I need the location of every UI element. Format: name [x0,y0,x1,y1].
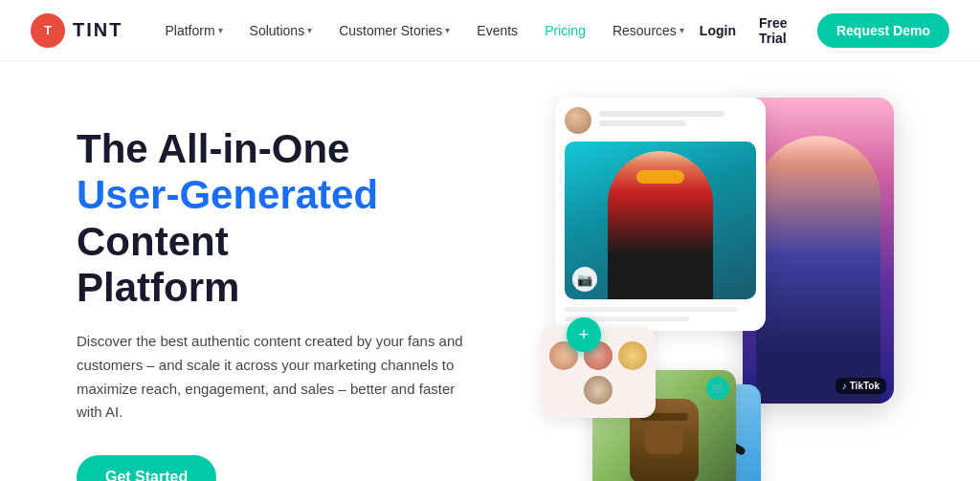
hero-content: The All-in-One User-Generated Content Pl… [77,107,536,481]
chevron-down-icon: ▾ [679,25,684,35]
logo-icon: T [31,13,65,48]
cart-badge: 🛒 [706,377,729,400]
logo[interactable]: T TINT [31,13,122,48]
chevron-down-icon: ▾ [218,25,223,35]
logo-text: TINT [73,19,122,41]
tiktok-badge: ♪ TikTok [835,378,886,394]
hero-description: Discover the best authentic content crea… [77,330,479,425]
add-icon: + [567,317,601,352]
login-button[interactable]: Login [696,15,740,46]
nav-links: Platform ▾ Solutions ▾ Customer Stories … [153,15,695,46]
nav-events[interactable]: Events [465,15,529,46]
request-demo-button[interactable]: Request Demo [817,13,949,48]
get-started-button[interactable]: Get Started [77,455,216,481]
instagram-badge: 📷 [572,267,597,292]
hero-title: The All-in-One User-Generated Content Pl… [77,126,536,311]
nav-solutions[interactable]: Solutions ▾ [238,15,324,46]
nav-pricing[interactable]: Pricing [533,15,597,46]
hero-visual: 📷 + ♪ TikTok [536,98,903,480]
post-image: 📷 [565,142,756,299]
nav-customer-stories[interactable]: Customer Stories ▾ [327,15,461,46]
chevron-down-icon: ▾ [445,25,450,35]
post-card: 📷 [555,98,766,331]
hero-section: The All-in-One User-Generated Content Pl… [0,61,980,481]
navbar: T TINT Platform ▾ Solutions ▾ Customer S… [0,0,980,61]
nav-resources[interactable]: Resources ▾ [601,15,696,46]
tiktok-icon: ♪ [842,381,847,391]
nav-right: Login Free Trial Request Demo [696,8,949,54]
chevron-down-icon: ▾ [307,25,312,35]
free-trial-button[interactable]: Free Trial [755,8,802,54]
avatar [565,107,591,134]
nav-platform[interactable]: Platform ▾ [153,15,234,46]
